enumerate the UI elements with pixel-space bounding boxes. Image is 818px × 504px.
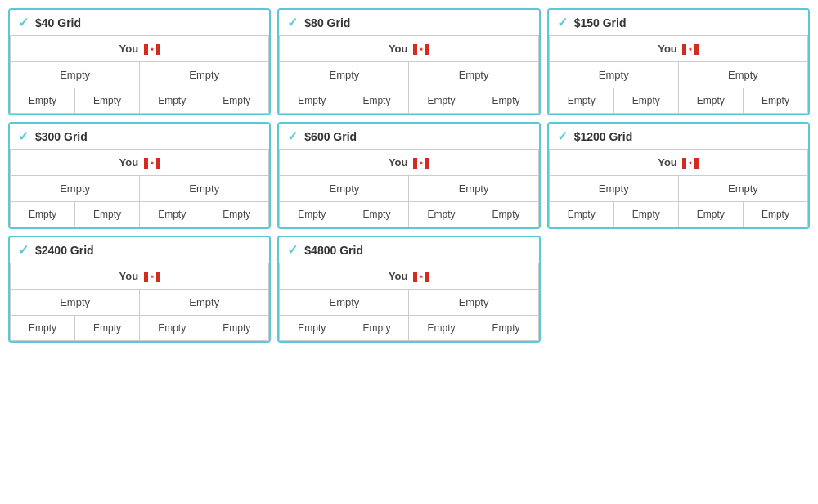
- svg-rect-22: [694, 158, 699, 169]
- grid-title: $80 Grid: [304, 16, 350, 29]
- you-cell: You: [280, 150, 538, 176]
- row2-cell-0: Empty: [11, 290, 140, 316]
- checkmark-icon: ✓: [557, 15, 568, 30]
- row2-cell-0: Empty: [549, 62, 678, 88]
- row3-cell-2: Empty: [140, 202, 204, 227]
- top-grids-container: ✓$40 GridYou EmptyEmptyEmptyEmptyEmptyEm…: [8, 8, 810, 229]
- grid-card-grid-300[interactable]: ✓$300 GridYou EmptyEmptyEmptyEmptyEmptyE…: [8, 122, 271, 229]
- row3-cell-3: Empty: [204, 88, 269, 114]
- row3-cell-1: Empty: [75, 88, 140, 114]
- svg-rect-14: [156, 158, 160, 169]
- svg-rect-1: [144, 44, 148, 55]
- you-cell: You: [549, 36, 807, 62]
- grid-header: ✓$1200 Grid: [549, 124, 808, 149]
- grid-table: You EmptyEmptyEmptyEmptyEmptyEmpty: [549, 149, 808, 227]
- grid-table: You EmptyEmptyEmptyEmptyEmptyEmpty: [10, 149, 269, 227]
- row3-cell-3: Empty: [474, 316, 538, 341]
- grid-header: ✓$300 Grid: [10, 124, 269, 149]
- svg-rect-21: [682, 158, 686, 169]
- grid-header: ✓$150 Grid: [549, 10, 808, 35]
- checkmark-icon: ✓: [287, 242, 298, 258]
- row3-cell-3: Empty: [743, 88, 807, 114]
- svg-rect-30: [425, 272, 429, 282]
- row3-cell-2: Empty: [409, 88, 474, 114]
- checkmark-icon: ✓: [18, 242, 29, 258]
- grid-header: ✓$600 Grid: [279, 124, 538, 149]
- row3-cell-3: Empty: [204, 316, 269, 341]
- row2-cell-1: Empty: [678, 62, 807, 88]
- svg-rect-13: [144, 158, 148, 169]
- row3-cell-0: Empty: [549, 202, 614, 227]
- row2-cell-1: Empty: [409, 290, 538, 316]
- row3-cell-3: Empty: [743, 202, 807, 227]
- svg-rect-9: [682, 44, 686, 55]
- row2-cell-0: Empty: [280, 176, 409, 202]
- svg-rect-17: [413, 158, 417, 169]
- grid-title: $600 Grid: [304, 130, 357, 143]
- row3-cell-0: Empty: [280, 316, 344, 341]
- row2-cell-0: Empty: [280, 62, 409, 88]
- row2-cell-1: Empty: [409, 176, 538, 202]
- grid-card-grid-80[interactable]: ✓$80 GridYou EmptyEmptyEmptyEmptyEmptyEm…: [277, 8, 540, 115]
- row2-cell-0: Empty: [280, 290, 409, 316]
- row3-cell-2: Empty: [678, 88, 743, 114]
- grid-card-grid-1200[interactable]: ✓$1200 GridYou EmptyEmptyEmptyEmptyEmpty…: [547, 122, 810, 229]
- row3-cell-1: Empty: [344, 316, 409, 341]
- grid-title: $1200 Grid: [574, 130, 633, 143]
- grid-table: You EmptyEmptyEmptyEmptyEmptyEmpty: [279, 263, 538, 341]
- svg-rect-5: [413, 44, 417, 55]
- row2-cell-0: Empty: [11, 176, 140, 202]
- grid-header: ✓$40 Grid: [10, 10, 269, 35]
- grid-title: $40 Grid: [35, 16, 81, 29]
- row3-cell-2: Empty: [678, 202, 743, 227]
- row3-cell-1: Empty: [614, 88, 678, 114]
- svg-rect-18: [425, 158, 429, 169]
- row3-cell-2: Empty: [409, 202, 474, 227]
- grid-title: $150 Grid: [574, 16, 627, 29]
- row2-cell-1: Empty: [409, 62, 538, 88]
- checkmark-icon: ✓: [287, 128, 298, 144]
- row3-cell-2: Empty: [409, 316, 474, 341]
- checkmark-icon: ✓: [18, 128, 29, 144]
- you-cell: You: [11, 263, 269, 290]
- grid-header: ✓$2400 Grid: [10, 237, 269, 263]
- row3-cell-1: Empty: [344, 202, 409, 227]
- row3-cell-0: Empty: [280, 202, 344, 227]
- grid-table: You EmptyEmptyEmptyEmptyEmptyEmpty: [279, 149, 538, 227]
- grid-card-grid-40[interactable]: ✓$40 GridYou EmptyEmptyEmptyEmptyEmptyEm…: [8, 8, 271, 115]
- grid-header: ✓$80 Grid: [279, 10, 538, 35]
- grid-header: ✓$4800 Grid: [279, 237, 538, 263]
- svg-rect-29: [413, 272, 417, 282]
- grid-card-grid-4800[interactable]: ✓$4800 GridYou EmptyEmptyEmptyEmptyEmpty…: [277, 236, 540, 343]
- bottom-grids-container: ✓$2400 GridYou EmptyEmptyEmptyEmptyEmpty…: [8, 236, 810, 343]
- grid-table: You EmptyEmptyEmptyEmptyEmptyEmpty: [10, 263, 269, 341]
- row3-cell-0: Empty: [549, 88, 614, 114]
- row3-cell-2: Empty: [140, 88, 204, 114]
- checkmark-icon: ✓: [287, 15, 298, 30]
- row3-cell-1: Empty: [75, 202, 140, 227]
- row3-cell-3: Empty: [474, 88, 538, 114]
- row3-cell-0: Empty: [11, 202, 75, 227]
- svg-rect-26: [156, 272, 160, 282]
- grid-title: $4800 Grid: [304, 244, 363, 257]
- checkmark-icon: ✓: [557, 128, 568, 144]
- grid-card-grid-150[interactable]: ✓$150 GridYou EmptyEmptyEmptyEmptyEmptyE…: [547, 8, 810, 115]
- grid-table: You EmptyEmptyEmptyEmptyEmptyEmpty: [549, 35, 808, 114]
- row3-cell-1: Empty: [344, 88, 409, 114]
- grid-title: $300 Grid: [35, 130, 88, 143]
- row3-cell-3: Empty: [474, 202, 538, 227]
- you-cell: You: [280, 36, 538, 62]
- row3-cell-1: Empty: [75, 316, 140, 341]
- grid-card-grid-2400[interactable]: ✓$2400 GridYou EmptyEmptyEmptyEmptyEmpty…: [8, 236, 271, 343]
- row3-cell-1: Empty: [614, 202, 678, 227]
- you-cell: You: [280, 263, 538, 290]
- grid-table: You EmptyEmptyEmptyEmptyEmptyEmpty: [279, 35, 538, 114]
- row2-cell-1: Empty: [140, 62, 269, 88]
- grid-card-grid-600[interactable]: ✓$600 GridYou EmptyEmptyEmptyEmptyEmptyE…: [277, 122, 540, 229]
- row3-cell-3: Empty: [204, 202, 269, 227]
- you-cell: You: [11, 36, 269, 62]
- svg-rect-2: [156, 44, 160, 55]
- grid-title: $2400 Grid: [35, 244, 94, 257]
- row3-cell-0: Empty: [11, 316, 75, 341]
- you-cell: You: [11, 150, 269, 176]
